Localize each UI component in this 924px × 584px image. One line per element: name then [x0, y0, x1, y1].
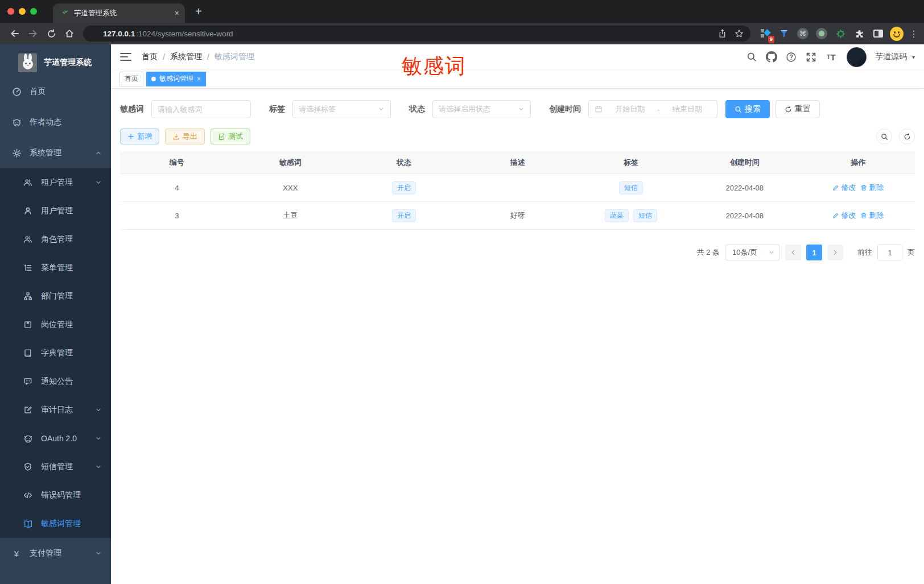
new-tab-button[interactable]: +: [195, 6, 202, 17]
table-toolbar: 新增 导出 测试: [120, 129, 915, 144]
sidebar-item-role[interactable]: 角色管理: [0, 225, 111, 254]
chevron-down-icon: [95, 435, 102, 442]
sidebar-item-oauth[interactable]: OAuth 2.0: [0, 424, 111, 453]
github-icon[interactable]: [764, 49, 779, 65]
bookmark-star-icon[interactable]: [735, 29, 744, 38]
tag-select[interactable]: 请选择标签: [292, 100, 391, 118]
chevron-down-icon[interactable]: ▾: [912, 54, 915, 60]
zoom-window-button[interactable]: [30, 8, 37, 15]
page-size-select[interactable]: 10条/页: [725, 245, 780, 260]
cell-create-time: 2022-04-08: [688, 180, 802, 196]
back-button[interactable]: [7, 26, 23, 42]
status-tag[interactable]: 开启: [392, 209, 416, 222]
extension-grid-icon[interactable]: 9: [758, 27, 772, 40]
extension-record-icon[interactable]: [815, 27, 828, 40]
red-annotation-text: 敏感词: [402, 52, 467, 80]
test-button[interactable]: 测试: [211, 129, 250, 144]
sidebar-item-pay[interactable]: ¥ 支付管理: [0, 538, 111, 569]
extension-funnel-icon[interactable]: [777, 27, 791, 40]
sidebar-item-label: OAuth 2.0: [41, 434, 87, 443]
tag-tab-sensitive-word[interactable]: 敏感词管理 ×: [146, 72, 206, 86]
browser-extensions: 9 ⌘: [758, 27, 904, 40]
status-select[interactable]: 请选择启用状态: [432, 100, 531, 118]
tag-tab-label: 敏感词管理: [159, 74, 193, 84]
sidebar-item-system[interactable]: 系统管理: [0, 138, 111, 168]
side-panel-icon[interactable]: [871, 27, 885, 40]
sidebar-item-author[interactable]: 作者动态: [0, 107, 111, 138]
sidebar-item-dept[interactable]: 部门管理: [0, 282, 111, 310]
sidebar-item-tenant[interactable]: 租户管理: [0, 168, 111, 197]
system-submenu: 租户管理 用户管理: [0, 168, 111, 538]
cell-word: XXX: [234, 180, 348, 196]
sidebar-item-post[interactable]: 岗位管理: [0, 310, 111, 339]
breadcrumb-current: 敏感词管理: [214, 52, 254, 62]
sidebar-item-label: 租户管理: [41, 177, 87, 188]
tab-close-icon[interactable]: ×: [175, 9, 179, 18]
keyword-input-field[interactable]: [158, 105, 245, 114]
sidebar-item-errorcode[interactable]: 错误码管理: [0, 481, 111, 510]
date-range-input[interactable]: 开始日期 - 结束日期: [588, 100, 717, 118]
font-size-icon[interactable]: TT: [823, 49, 839, 65]
sidebar-item-home[interactable]: 首页: [0, 76, 111, 107]
sidebar-item-notice[interactable]: 通知公告: [0, 367, 111, 396]
delete-link[interactable]: 删除: [860, 210, 884, 221]
breadcrumb-system[interactable]: 系统管理: [170, 52, 202, 62]
keyword-input[interactable]: [151, 100, 251, 118]
add-button[interactable]: 新增: [120, 129, 159, 144]
browser-tab[interactable]: 芋道管理系统 ×: [53, 3, 185, 23]
extension-command-icon[interactable]: ⌘: [796, 27, 810, 40]
sidebar-item-label: 系统管理: [30, 148, 87, 158]
reset-button[interactable]: 重置: [776, 100, 820, 118]
fullscreen-icon[interactable]: [803, 49, 819, 65]
close-window-button[interactable]: [7, 8, 14, 15]
share-icon[interactable]: [718, 29, 727, 38]
edit-link[interactable]: 修改: [832, 210, 856, 221]
app-logo-rabbit-avatar: [18, 53, 37, 72]
sidebar-item-label: 菜单管理: [41, 263, 102, 273]
user-name[interactable]: 芋道源码: [875, 52, 907, 62]
profile-avatar-icon[interactable]: [890, 27, 904, 40]
site-info-icon[interactable]: [90, 30, 98, 38]
app-title: 芋道管理系统: [44, 57, 92, 68]
cell-operations: 修改 删除: [801, 207, 915, 224]
col-header: 描述: [461, 154, 575, 171]
next-page-button[interactable]: [827, 245, 843, 260]
prev-page-button[interactable]: [785, 245, 801, 260]
sidebar-item-audit[interactable]: 审计日志: [0, 396, 111, 424]
collapse-sidebar-icon[interactable]: [120, 53, 131, 61]
edit-link[interactable]: 修改: [832, 183, 856, 193]
sidebar-item-menu[interactable]: 菜单管理: [0, 254, 111, 282]
user-avatar[interactable]: [847, 47, 867, 67]
url-bar[interactable]: 127.0.0.1:1024/system/sensitive-word: [83, 26, 750, 42]
reload-button[interactable]: [43, 26, 59, 42]
delete-link[interactable]: 删除: [860, 183, 884, 193]
col-header: 状态: [347, 154, 461, 171]
app-logo-row[interactable]: 芋道管理系统: [0, 49, 111, 76]
toggle-search-button[interactable]: [876, 129, 892, 144]
search-icon[interactable]: [744, 49, 760, 65]
tag-tab-home[interactable]: 首页: [119, 72, 143, 86]
sidebar-item-sms[interactable]: 短信管理: [0, 453, 111, 481]
refresh-button[interactable]: [899, 129, 915, 144]
search-button[interactable]: 搜索: [725, 100, 770, 118]
sidebar-item-sensitive-word[interactable]: 敏感词管理: [0, 510, 111, 538]
extension-star-icon[interactable]: [834, 27, 847, 40]
status-tag[interactable]: 开启: [392, 181, 416, 194]
breadcrumb-home[interactable]: 首页: [142, 52, 158, 62]
close-icon[interactable]: ×: [197, 75, 201, 83]
sidebar-item-dict[interactable]: 字典管理: [0, 339, 111, 367]
extensions-puzzle-icon[interactable]: [852, 27, 866, 40]
browser-menu-icon[interactable]: ⋮: [909, 28, 918, 39]
help-icon[interactable]: [783, 49, 799, 65]
minimize-window-button[interactable]: [19, 8, 26, 15]
forward-button[interactable]: [25, 26, 41, 42]
page-size-value: 10条/页: [732, 247, 757, 258]
home-button[interactable]: [61, 26, 77, 42]
cell-operations: 修改 删除: [801, 179, 915, 196]
sidebar-item-label: 通知公告: [41, 376, 102, 387]
goto-page-input[interactable]: [877, 245, 902, 260]
page-number-button[interactable]: 1: [806, 245, 822, 260]
tag-chip: 蔬菜: [605, 209, 629, 222]
sidebar-item-user[interactable]: 用户管理: [0, 197, 111, 225]
export-button[interactable]: 导出: [165, 129, 205, 144]
